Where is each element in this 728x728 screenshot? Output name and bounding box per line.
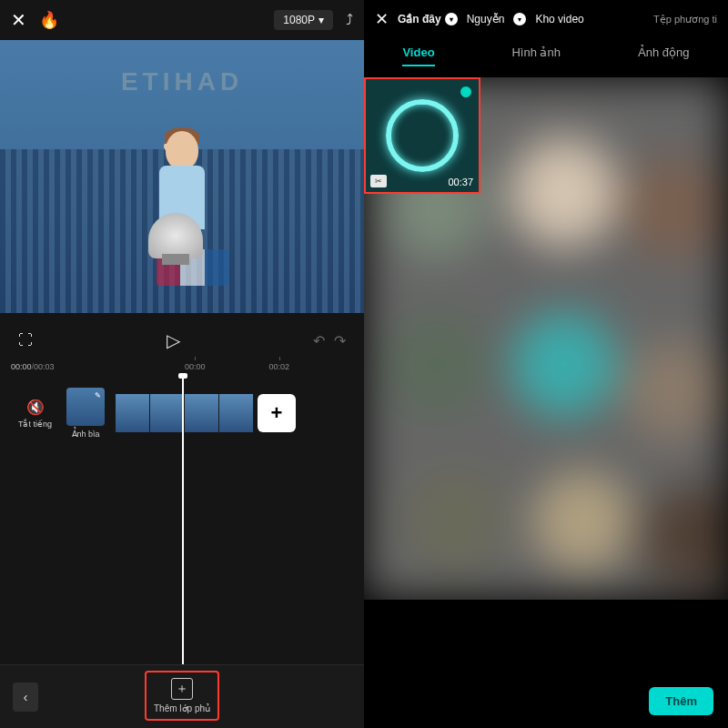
chevron-down-icon: ▾	[318, 14, 324, 26]
flame-icon[interactable]: 🔥	[39, 10, 59, 30]
stadium-banner: ETIHAD	[0, 67, 364, 96]
resolution-label: 1080P	[283, 14, 315, 26]
clip-frame[interactable]	[219, 394, 254, 432]
video-preview[interactable]: ETIHAD	[0, 40, 364, 313]
close-icon[interactable]: ✕	[11, 9, 26, 31]
redo-icon[interactable]: ↷	[334, 332, 346, 349]
ruler-mark: 00:02	[268, 362, 289, 371]
library-tab[interactable]: Kho video	[535, 13, 583, 25]
cover-label: Ảnh bìa	[72, 430, 100, 439]
picker-bottombar: Thêm	[364, 673, 728, 728]
clip-track[interactable]	[116, 394, 254, 432]
tab-image[interactable]: Hình ảnh	[511, 46, 561, 66]
editor-bottombar: ‹ ＋ Thêm lớp phủ	[0, 664, 364, 728]
back-button[interactable]: ‹	[13, 682, 38, 712]
overlay-label: Thêm lớp phủ	[154, 703, 210, 713]
fullscreen-icon[interactable]: ⛶	[18, 332, 33, 349]
tab-video[interactable]: Video	[402, 46, 434, 66]
add-clip-button[interactable]: +	[258, 394, 296, 432]
media-duration: 00:37	[448, 177, 473, 187]
close-icon[interactable]: ✕	[375, 9, 389, 29]
preview-controls: ⛶ ▷ ↶ ↷	[0, 313, 364, 360]
account-name[interactable]: Nguyễn	[467, 13, 505, 25]
picker-header: ✕ Gần đây ▾ Nguyễn ▾ Kho video Tệp phươn…	[364, 0, 728, 38]
player-figure	[118, 104, 246, 286]
cover-button[interactable]: Ảnh bìa	[66, 388, 105, 439]
ring-graphic	[386, 99, 459, 172]
tab-animated[interactable]: Ảnh động	[638, 46, 690, 66]
mute-label: Tắt tiếng	[18, 420, 52, 429]
recent-dropdown[interactable]: Gần đây ▾	[398, 13, 458, 25]
media-thumbnail[interactable]: 00:37 ✂	[364, 77, 480, 194]
scissors-icon[interactable]: ✂	[370, 175, 387, 187]
export-icon[interactable]: ⤴	[346, 12, 353, 28]
play-icon[interactable]: ▷	[167, 329, 180, 351]
selected-indicator[interactable]	[459, 85, 473, 99]
time-current: 00:00	[11, 362, 32, 371]
media-gallery[interactable]: 00:37 ✂	[364, 77, 728, 600]
undo-icon[interactable]: ↶	[313, 332, 325, 349]
file-method-tab[interactable]: Tệp phương ti	[653, 14, 717, 25]
resolution-dropdown[interactable]: 1080P ▾	[274, 10, 333, 30]
plus-icon: ＋	[171, 678, 193, 700]
editor-topbar: ✕ 🔥 1080P ▾ ⤴	[0, 0, 364, 40]
timeline[interactable]: 🔇 Tắt tiếng Ảnh bìa +	[0, 377, 364, 450]
chevron-down-icon: ▾	[513, 13, 526, 25]
time-total: 00:03	[34, 362, 55, 371]
media-type-tabs: Video Hình ảnh Ảnh động	[364, 38, 728, 77]
add-overlay-button[interactable]: ＋ Thêm lớp phủ	[145, 671, 219, 721]
add-button[interactable]: Thêm	[649, 687, 713, 715]
ruler-mark: 00:00	[185, 362, 206, 371]
speaker-off-icon: 🔇	[26, 399, 45, 416]
cover-thumbnail	[66, 388, 105, 426]
clip-frame[interactable]	[150, 394, 185, 432]
chevron-down-icon: ▾	[445, 13, 458, 25]
clip-frame[interactable]	[185, 394, 219, 432]
clip-frame[interactable]	[116, 394, 150, 432]
mute-button[interactable]: 🔇 Tắt tiếng	[18, 399, 52, 429]
